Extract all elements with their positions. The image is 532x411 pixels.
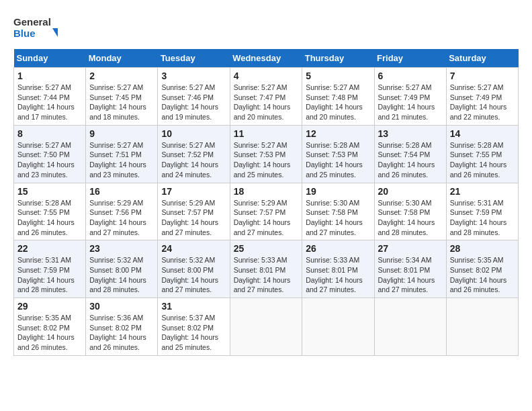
calendar-day-cell: 2Sunrise: 5:27 AMSunset: 7:45 PMDaylight… [86, 68, 158, 126]
day-number: 5 [306, 71, 370, 81]
calendar-week-row: 29Sunrise: 5:35 AMSunset: 8:02 PMDayligh… [14, 298, 519, 356]
day-info: Sunrise: 5:28 AMSunset: 7:55 PMDaylight:… [450, 140, 515, 180]
empty-cell [302, 298, 374, 356]
day-info: Sunrise: 5:29 AMSunset: 7:57 PMDaylight:… [161, 198, 226, 238]
calendar-day-cell: 24Sunrise: 5:32 AMSunset: 8:00 PMDayligh… [158, 240, 230, 298]
calendar-day-cell: 22Sunrise: 5:31 AMSunset: 7:59 PMDayligh… [14, 240, 86, 298]
svg-text:Blue: Blue [13, 28, 36, 39]
calendar-day-cell: 11Sunrise: 5:27 AMSunset: 7:53 PMDayligh… [230, 125, 302, 183]
calendar-day-cell: 29Sunrise: 5:35 AMSunset: 8:02 PMDayligh… [14, 298, 86, 356]
calendar-day-cell: 7Sunrise: 5:27 AMSunset: 7:49 PMDaylight… [446, 68, 518, 126]
day-number: 31 [161, 301, 226, 312]
day-number: 10 [161, 128, 226, 139]
day-info: Sunrise: 5:34 AMSunset: 8:01 PMDaylight:… [378, 255, 443, 295]
day-number: 22 [17, 243, 82, 254]
day-info: Sunrise: 5:31 AMSunset: 7:59 PMDaylight:… [17, 255, 82, 295]
day-info: Sunrise: 5:27 AMSunset: 7:51 PMDaylight:… [89, 140, 154, 180]
day-number: 24 [161, 243, 226, 254]
day-number: 27 [378, 243, 443, 254]
calendar-day-cell: 20Sunrise: 5:30 AMSunset: 7:58 PMDayligh… [374, 183, 446, 240]
calendar-week-row: 8Sunrise: 5:27 AMSunset: 7:50 PMDaylight… [14, 125, 519, 183]
day-info: Sunrise: 5:27 AMSunset: 7:46 PMDaylight:… [161, 83, 226, 122]
day-info: Sunrise: 5:28 AMSunset: 7:53 PMDaylight:… [306, 140, 370, 180]
calendar-day-cell: 12Sunrise: 5:28 AMSunset: 7:53 PMDayligh… [302, 125, 374, 183]
day-number: 26 [306, 243, 370, 254]
day-number: 20 [378, 186, 443, 197]
day-number: 12 [306, 128, 370, 139]
day-info: Sunrise: 5:27 AMSunset: 7:52 PMDaylight:… [161, 140, 226, 180]
calendar-day-cell: 28Sunrise: 5:35 AMSunset: 8:02 PMDayligh… [446, 240, 518, 298]
day-info: Sunrise: 5:27 AMSunset: 7:44 PMDaylight:… [17, 83, 82, 122]
day-info: Sunrise: 5:33 AMSunset: 8:01 PMDaylight:… [234, 255, 299, 295]
day-header-monday: Monday [86, 49, 158, 68]
day-info: Sunrise: 5:32 AMSunset: 8:00 PMDaylight:… [161, 255, 226, 295]
day-header-wednesday: Wednesday [230, 49, 302, 68]
day-header-thursday: Thursday [302, 49, 374, 68]
day-info: Sunrise: 5:28 AMSunset: 7:54 PMDaylight:… [378, 140, 443, 180]
day-info: Sunrise: 5:30 AMSunset: 7:58 PMDaylight:… [306, 198, 370, 238]
calendar-week-row: 22Sunrise: 5:31 AMSunset: 7:59 PMDayligh… [14, 240, 519, 298]
calendar-day-cell: 25Sunrise: 5:33 AMSunset: 8:01 PMDayligh… [230, 240, 302, 298]
calendar-day-cell: 6Sunrise: 5:27 AMSunset: 7:49 PMDaylight… [374, 68, 446, 126]
day-number: 23 [89, 243, 154, 254]
calendar-day-cell: 15Sunrise: 5:28 AMSunset: 7:55 PMDayligh… [14, 183, 86, 240]
calendar-day-cell: 19Sunrise: 5:30 AMSunset: 7:58 PMDayligh… [302, 183, 374, 240]
day-info: Sunrise: 5:27 AMSunset: 7:49 PMDaylight:… [450, 83, 515, 122]
day-number: 15 [17, 186, 82, 197]
empty-cell [230, 298, 302, 356]
calendar-day-cell: 21Sunrise: 5:31 AMSunset: 7:59 PMDayligh… [446, 183, 518, 240]
day-info: Sunrise: 5:35 AMSunset: 8:02 PMDaylight:… [450, 255, 515, 295]
day-number: 1 [17, 71, 82, 81]
empty-cell [446, 298, 518, 356]
calendar-day-cell: 31Sunrise: 5:37 AMSunset: 8:02 PMDayligh… [158, 298, 230, 356]
day-info: Sunrise: 5:27 AMSunset: 7:50 PMDaylight:… [17, 140, 82, 180]
day-number: 13 [378, 128, 443, 139]
day-info: Sunrise: 5:29 AMSunset: 7:56 PMDaylight:… [89, 198, 154, 238]
calendar-day-cell: 18Sunrise: 5:29 AMSunset: 7:57 PMDayligh… [230, 183, 302, 240]
calendar-header-row: SundayMondayTuesdayWednesdayThursdayFrid… [14, 49, 519, 68]
calendar-day-cell: 5Sunrise: 5:27 AMSunset: 7:48 PMDaylight… [302, 68, 374, 126]
day-number: 14 [450, 128, 515, 139]
day-info: Sunrise: 5:32 AMSunset: 8:00 PMDaylight:… [89, 255, 154, 295]
calendar-day-cell: 27Sunrise: 5:34 AMSunset: 8:01 PMDayligh… [374, 240, 446, 298]
calendar-day-cell: 23Sunrise: 5:32 AMSunset: 8:00 PMDayligh… [86, 240, 158, 298]
day-number: 3 [161, 71, 226, 81]
calendar-day-cell: 4Sunrise: 5:27 AMSunset: 7:47 PMDaylight… [230, 68, 302, 126]
day-info: Sunrise: 5:29 AMSunset: 7:57 PMDaylight:… [234, 198, 299, 238]
calendar-day-cell: 8Sunrise: 5:27 AMSunset: 7:50 PMDaylight… [14, 125, 86, 183]
day-header-friday: Friday [374, 49, 446, 68]
calendar-day-cell: 16Sunrise: 5:29 AMSunset: 7:56 PMDayligh… [86, 183, 158, 240]
calendar-body: 1Sunrise: 5:27 AMSunset: 7:44 PMDaylight… [14, 68, 519, 356]
calendar-day-cell: 17Sunrise: 5:29 AMSunset: 7:57 PMDayligh… [158, 183, 230, 240]
day-header-saturday: Saturday [446, 49, 518, 68]
calendar-day-cell: 1Sunrise: 5:27 AMSunset: 7:44 PMDaylight… [14, 68, 86, 126]
calendar-day-cell: 10Sunrise: 5:27 AMSunset: 7:52 PMDayligh… [158, 125, 230, 183]
day-number: 11 [234, 128, 299, 139]
day-info: Sunrise: 5:28 AMSunset: 7:55 PMDaylight:… [17, 198, 82, 238]
day-number: 30 [89, 301, 154, 312]
day-number: 21 [450, 186, 515, 197]
day-number: 28 [450, 243, 515, 254]
day-number: 17 [161, 186, 226, 197]
day-info: Sunrise: 5:36 AMSunset: 8:02 PMDaylight:… [89, 313, 154, 353]
day-header-sunday: Sunday [14, 49, 86, 68]
calendar-day-cell: 9Sunrise: 5:27 AMSunset: 7:51 PMDaylight… [86, 125, 158, 183]
day-number: 8 [17, 128, 82, 139]
calendar-table: SundayMondayTuesdayWednesdayThursdayFrid… [13, 49, 519, 356]
day-info: Sunrise: 5:30 AMSunset: 7:58 PMDaylight:… [378, 198, 443, 238]
calendar-day-cell: 26Sunrise: 5:33 AMSunset: 8:01 PMDayligh… [302, 240, 374, 298]
logo-svg: General Blue [13, 13, 60, 44]
day-number: 7 [450, 71, 515, 81]
calendar-day-cell: 13Sunrise: 5:28 AMSunset: 7:54 PMDayligh… [374, 125, 446, 183]
day-info: Sunrise: 5:27 AMSunset: 7:53 PMDaylight:… [234, 140, 299, 180]
calendar-day-cell: 3Sunrise: 5:27 AMSunset: 7:46 PMDaylight… [158, 68, 230, 126]
day-number: 16 [89, 186, 154, 197]
day-info: Sunrise: 5:37 AMSunset: 8:02 PMDaylight:… [161, 313, 226, 353]
day-info: Sunrise: 5:27 AMSunset: 7:49 PMDaylight:… [378, 83, 443, 122]
header: General Blue [13, 13, 519, 44]
day-number: 29 [17, 301, 82, 312]
day-number: 25 [234, 243, 299, 254]
logo: General Blue [13, 13, 60, 44]
svg-marker-2 [52, 28, 58, 37]
calendar-week-row: 15Sunrise: 5:28 AMSunset: 7:55 PMDayligh… [14, 183, 519, 240]
